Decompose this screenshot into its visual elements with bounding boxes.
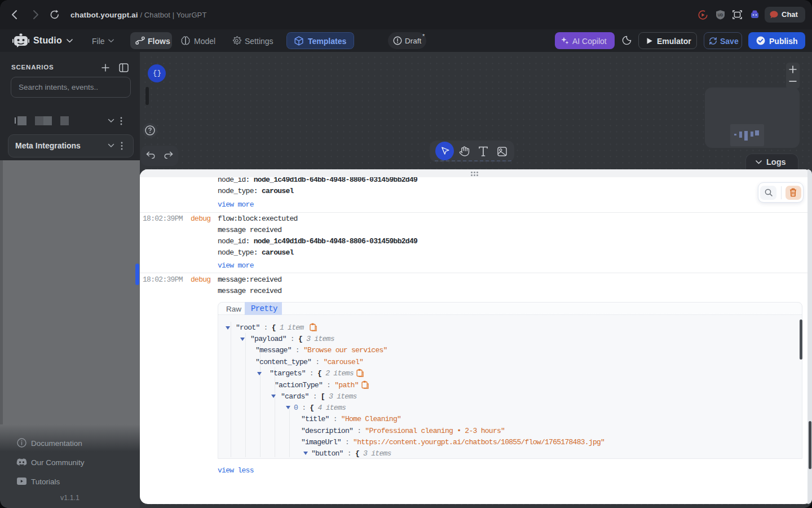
svg-text:UD: UD: [718, 13, 723, 17]
